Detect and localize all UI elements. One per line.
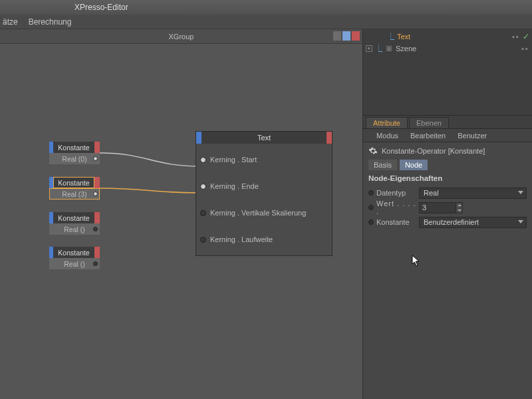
port-label: Kerning . Start	[210, 156, 257, 164]
dropdown-value: Benutzerdefiniert	[424, 218, 479, 226]
stepper-icon[interactable]	[456, 203, 462, 213]
label-datentyp: Datentyp	[376, 189, 416, 197]
right-panel: ⎿ Text ▪▪ ✓ + ⎿ 0 Szene ▪▪ Attribute Ebe…	[363, 29, 532, 399]
object-tree[interactable]: ⎿ Text ▪▪ ✓ + ⎿ 0 Szene ▪▪	[363, 29, 532, 116]
input-port-kerning-laufweite[interactable]	[200, 237, 206, 243]
chevron-down-icon	[518, 191, 523, 194]
tree-item-label: Szene	[396, 45, 416, 53]
subtab-basis[interactable]: Basis	[368, 160, 397, 170]
node-title: Konstante	[53, 247, 94, 258]
check-icon[interactable]: ✓	[523, 32, 529, 41]
window-title: XPresso-Editor	[74, 3, 128, 12]
dropdown-value: Real	[424, 189, 439, 197]
tab-attribute[interactable]: Attribute	[366, 117, 408, 128]
group-title: XGroup	[169, 33, 194, 41]
node-text[interactable]: Text Kerning . Start Kerning . Ende Kern…	[196, 131, 332, 256]
output-port[interactable]	[93, 227, 98, 231]
node-title: Konstante	[53, 177, 94, 188]
node-konstante-3[interactable]: Konstante Real ()	[49, 247, 100, 269]
input-port-kerning-start[interactable]	[200, 157, 206, 163]
input-wert[interactable]: 3	[419, 202, 463, 213]
tree-row-text[interactable]: ⎿ Text ▪▪ ✓	[366, 31, 529, 43]
layer-dots-icon[interactable]: ▪▪	[521, 45, 529, 53]
tree-item-label: Text	[397, 33, 410, 41]
node-title: Text	[201, 132, 327, 144]
menu-modus[interactable]: Modus	[376, 132, 398, 140]
dropdown-datentyp[interactable]: Real	[419, 188, 527, 199]
anim-bullet[interactable]	[368, 190, 374, 196]
node-value: Real ()	[64, 260, 85, 268]
xpresso-editor-pane: XGroup Konstante Real (0) Konstante Real…	[0, 29, 363, 399]
move-icon[interactable]	[333, 31, 341, 41]
header-red-chip[interactable]	[352, 31, 360, 41]
menu-bearbeiten[interactable]: Bearbeiten	[410, 132, 446, 140]
anim-bullet[interactable]	[368, 219, 374, 225]
output-port[interactable]	[93, 261, 98, 266]
port-label: Kerning . Laufweite	[210, 235, 273, 243]
menu-item-berechnung[interactable]: Berechnung	[29, 17, 72, 27]
attribute-tabs: Attribute Ebenen	[363, 116, 532, 129]
output-port[interactable]	[93, 156, 98, 161]
section-title: Node-Eigenschaften	[368, 174, 527, 182]
node-value: Real ()	[64, 225, 85, 233]
attribute-menu: Modus Bearbeiten Benutzer	[363, 129, 532, 142]
menu-bar: ätze Berechnung	[0, 15, 532, 29]
editor-header: XGroup	[0, 29, 362, 44]
operator-header: Konstante-Operator [Konstante]	[382, 147, 485, 155]
layer-dots-icon[interactable]: ▪▪	[512, 33, 520, 41]
label-wert: Wert . . . . .	[376, 200, 416, 215]
expand-icon[interactable]: +	[366, 45, 372, 52]
node-title: Konstante	[53, 142, 94, 153]
node-title: Konstante	[53, 212, 94, 223]
node-konstante-1[interactable]: Konstante Real (3)	[49, 177, 100, 200]
output-port[interactable]	[93, 192, 98, 196]
gear-icon	[368, 146, 378, 156]
header-blue-chip[interactable]	[342, 31, 350, 41]
port-label: Kerning . Ende	[210, 182, 259, 190]
menu-item-aetze[interactable]: ätze	[3, 17, 18, 27]
tree-row-szene[interactable]: + ⎿ 0 Szene ▪▪	[366, 43, 529, 55]
input-port-kerning-ende[interactable]	[200, 184, 206, 190]
anim-bullet[interactable]	[368, 205, 374, 210]
tab-ebenen[interactable]: Ebenen	[409, 117, 449, 128]
node-canvas[interactable]: Konstante Real (0) Konstante Real (3) Ko…	[0, 44, 362, 399]
port-label: Kerning . Vertikale Skalierung	[210, 209, 306, 217]
attribute-body: Konstante-Operator [Konstante] Basis Nod…	[363, 142, 532, 399]
dropdown-konstante[interactable]: Benutzerdefiniert	[419, 217, 527, 228]
input-value: 3	[422, 203, 426, 211]
input-port-kerning-vskal[interactable]	[200, 210, 206, 216]
window-titlebar: XPresso-Editor	[0, 0, 532, 15]
node-value: Real (0)	[62, 155, 86, 163]
chevron-down-icon	[518, 220, 523, 223]
node-konstante-0[interactable]: Konstante Real (0)	[49, 142, 100, 164]
node-value: Real (3)	[62, 190, 86, 198]
count-badge: 0	[385, 45, 393, 53]
node-konstante-2[interactable]: Konstante Real ()	[49, 212, 100, 235]
label-konstante: Konstante	[376, 218, 416, 226]
subtab-node[interactable]: Node	[400, 160, 428, 170]
menu-benutzer[interactable]: Benutzer	[458, 132, 487, 140]
